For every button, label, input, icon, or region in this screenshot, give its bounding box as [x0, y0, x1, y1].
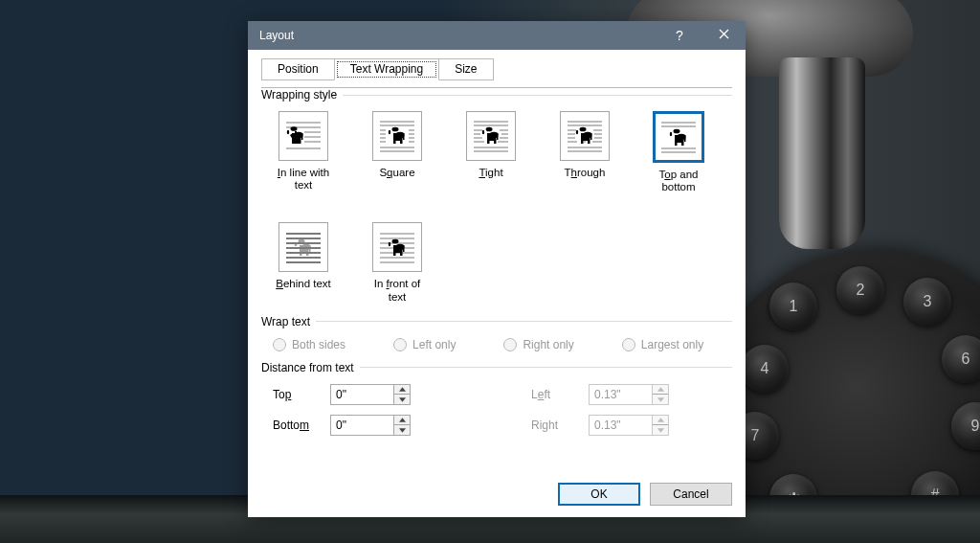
tight-wrap-icon: [471, 116, 511, 156]
svg-point-44: [482, 130, 484, 134]
radio-left-only: Left only: [393, 338, 456, 351]
svg-point-76: [674, 129, 680, 134]
input-distance-right: [589, 415, 652, 436]
label-distance-bottom: Bottom: [273, 419, 330, 432]
svg-point-45: [486, 127, 493, 132]
spin-down-button[interactable]: [394, 394, 410, 404]
svg-rect-107: [393, 252, 396, 256]
radio-both-sides: Both sides: [273, 338, 345, 351]
svg-rect-106: [393, 245, 402, 253]
svg-rect-48: [487, 140, 490, 144]
wrap-option-top-and-bottom-label: Top and bottom: [646, 169, 711, 193]
svg-point-65: [580, 127, 587, 132]
radio-icon: [622, 338, 635, 351]
svg-point-26: [392, 127, 399, 132]
wrap-option-square-label: Square: [365, 167, 430, 179]
wrap-option-tight-label: Tight: [458, 167, 523, 179]
group-distance-from-text-label: Distance from text: [261, 361, 360, 374]
wrap-option-in-front-of-text-label: In front of text: [365, 278, 430, 303]
svg-point-7: [291, 126, 298, 131]
radio-largest-only-label: Largest only: [641, 338, 703, 351]
spin-up-button[interactable]: [394, 416, 410, 425]
inline-with-text-icon: [283, 116, 323, 156]
label-distance-right: Right: [531, 419, 589, 432]
radio-both-sides-label: Both sides: [292, 338, 345, 351]
wrap-option-through-label: Through: [552, 167, 617, 179]
label-distance-left: Left: [531, 388, 589, 401]
cancel-button[interactable]: Cancel: [650, 483, 732, 506]
svg-point-103: [389, 242, 390, 246]
svg-rect-10: [292, 140, 295, 144]
svg-rect-29: [393, 140, 396, 144]
tab-size[interactable]: Size: [438, 58, 493, 80]
svg-point-25: [389, 130, 390, 134]
radio-icon: [503, 338, 517, 351]
tab-position[interactable]: Position: [261, 58, 335, 80]
svg-rect-70: [590, 133, 592, 140]
wrap-option-square[interactable]: [372, 111, 422, 161]
spinner-distance-bottom[interactable]: [330, 415, 411, 436]
svg-rect-47: [487, 133, 496, 141]
svg-rect-69: [588, 140, 590, 144]
radio-left-only-label: Left only: [412, 338, 456, 351]
svg-rect-12: [301, 133, 303, 140]
input-distance-left: [589, 384, 652, 405]
input-distance-bottom[interactable]: [330, 415, 393, 436]
spinner-distance-top[interactable]: [330, 384, 411, 405]
layout-dialog: Layout ? Position Text Wrapping Size Wra…: [248, 21, 746, 517]
ok-button[interactable]: OK: [558, 483, 640, 506]
radio-right-only-label: Right only: [523, 338, 573, 351]
close-icon: [719, 29, 729, 42]
spin-up-button: [653, 385, 668, 395]
wrap-option-inline[interactable]: [278, 111, 328, 161]
wrap-option-inline-label: In line with text: [271, 167, 336, 192]
svg-rect-11: [299, 140, 301, 144]
svg-rect-79: [675, 142, 678, 146]
help-button[interactable]: ?: [657, 21, 702, 50]
tab-text-wrapping[interactable]: Text Wrapping: [334, 58, 439, 80]
group-wrap-text-label: Wrap text: [261, 315, 316, 328]
group-wrapping-style-label: Wrapping style: [261, 88, 343, 102]
svg-rect-28: [393, 133, 402, 141]
radio-largest-only: Largest only: [622, 338, 703, 351]
svg-rect-9: [292, 133, 301, 141]
svg-point-64: [576, 130, 578, 134]
radio-right-only: Right only: [503, 338, 573, 351]
through-wrap-icon: [565, 116, 605, 156]
phone-column: [779, 57, 865, 249]
dialog-footer: OK Cancel: [248, 471, 746, 517]
dialog-title: Layout: [259, 29, 657, 42]
spin-up-button[interactable]: [394, 385, 410, 395]
help-icon: ?: [676, 28, 683, 43]
radio-icon: [393, 338, 407, 351]
svg-rect-67: [581, 133, 590, 141]
behind-text-icon: [283, 227, 323, 267]
titlebar[interactable]: Layout ?: [248, 21, 746, 50]
in-front-of-text-icon: [377, 227, 417, 267]
svg-rect-50: [497, 133, 499, 140]
svg-rect-31: [403, 133, 405, 140]
svg-point-6: [287, 130, 289, 134]
svg-point-75: [670, 132, 672, 136]
close-button[interactable]: [702, 21, 746, 50]
tabs: Position Text Wrapping Size: [261, 57, 732, 80]
top-bottom-wrap-icon: [658, 117, 699, 157]
svg-rect-68: [581, 140, 584, 144]
svg-rect-109: [403, 245, 405, 252]
wrapping-style-tiles: In line with text: [261, 107, 732, 307]
spin-down-button[interactable]: [394, 424, 410, 435]
svg-rect-49: [494, 140, 497, 144]
spin-down-button: [653, 424, 668, 435]
spinner-distance-left: [589, 384, 669, 405]
wrap-option-top-and-bottom[interactable]: [653, 111, 704, 163]
wrap-option-through[interactable]: [560, 111, 610, 161]
wrap-option-tight[interactable]: [466, 111, 516, 161]
svg-rect-80: [681, 142, 684, 146]
input-distance-top[interactable]: [330, 384, 393, 405]
label-distance-top: Top: [273, 388, 330, 401]
square-wrap-icon: [377, 116, 417, 156]
wrap-option-behind-text[interactable]: [278, 222, 328, 272]
group-wrapping-style: Wrapping style In line with text: [261, 88, 732, 307]
svg-rect-30: [400, 140, 403, 144]
wrap-option-in-front-of-text[interactable]: [372, 222, 422, 272]
